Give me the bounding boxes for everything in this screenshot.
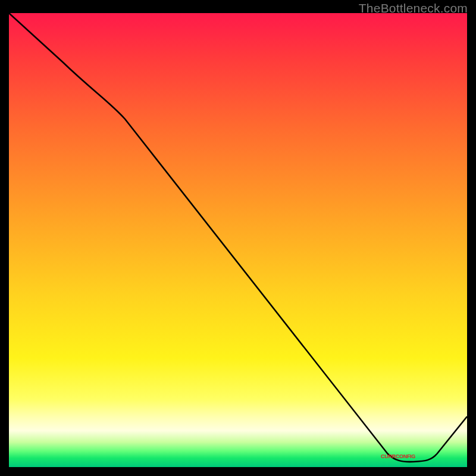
optimal-marker-label: CURRCONFIG xyxy=(381,453,415,459)
chart-gradient-background xyxy=(9,13,467,467)
chart-frame xyxy=(9,13,467,467)
